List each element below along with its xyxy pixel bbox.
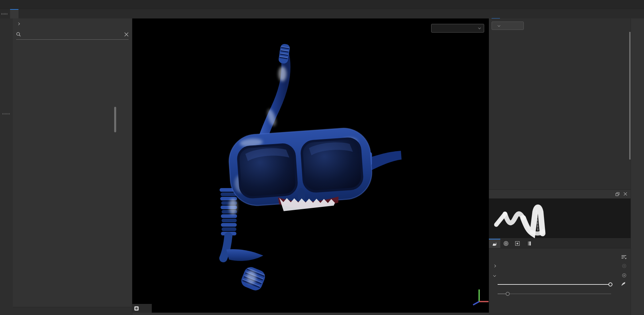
restore-window-icon[interactable] (615, 192, 619, 196)
min-flow-slider (498, 294, 611, 294)
opacity-section-row[interactable] (493, 271, 627, 280)
size-section-row[interactable] (493, 261, 627, 271)
chevron-right-icon (493, 265, 496, 267)
reset-icon[interactable] (622, 273, 627, 278)
libraries-row[interactable] (13, 18, 132, 29)
dock-drag-handle[interactable] (1, 13, 7, 15)
tab-particle[interactable] (512, 239, 523, 248)
tab-assets[interactable] (10, 9, 18, 18)
brush-preview (489, 198, 631, 238)
clear-search-icon[interactable] (124, 32, 129, 37)
chevron-down-icon (498, 24, 500, 27)
search-input[interactable] (24, 32, 124, 37)
tab-stencil-gradient[interactable] (523, 239, 535, 248)
reset-icon (622, 264, 627, 268)
channel-row (489, 18, 631, 34)
chevron-right-icon (17, 22, 20, 25)
tool-strip-divider (2, 113, 10, 115)
search-icon (16, 32, 21, 37)
properties-panel (489, 189, 631, 315)
substance-painter-window (0, 0, 644, 315)
search-bar (16, 29, 129, 40)
viewport-bottom-strip (132, 313, 489, 315)
properties-tab-strip (489, 238, 631, 249)
channel-dropdown[interactable] (492, 21, 524, 30)
assets-panel (13, 18, 132, 315)
chevron-down-icon (478, 26, 481, 29)
assets-bottom-bar (13, 307, 132, 315)
right-dock-strip (631, 18, 644, 315)
tab-substance-3d-assets[interactable] (32, 9, 38, 18)
model-snorkel-mask (132, 18, 489, 315)
assets-scrollbar[interactable] (114, 107, 116, 132)
properties-header (489, 190, 631, 198)
asset-grid (13, 50, 132, 306)
tab-brush[interactable] (489, 239, 500, 248)
flow-prop-slider[interactable] (498, 284, 611, 285)
tab-alpha[interactable] (500, 239, 512, 248)
filter-list-icon[interactable] (621, 255, 627, 260)
mask-icon (134, 306, 139, 311)
brush-settings (489, 249, 631, 294)
texture-set-view-tab[interactable] (132, 304, 152, 313)
layer-list (489, 34, 631, 189)
menu-bar (0, 0, 644, 9)
shading-mode-dropdown[interactable] (431, 24, 484, 33)
chevron-down-icon (493, 274, 496, 277)
asset-filter-row (13, 40, 132, 50)
brush-stroke-preview (489, 198, 566, 238)
axis-gizmo (470, 285, 489, 310)
3d-viewport[interactable] (132, 18, 489, 315)
close-icon[interactable] (624, 192, 627, 196)
tool-strip (0, 18, 13, 315)
pen-pressure-icon[interactable] (621, 281, 626, 286)
top-tab-row (0, 9, 644, 19)
layers-panel (489, 18, 631, 315)
